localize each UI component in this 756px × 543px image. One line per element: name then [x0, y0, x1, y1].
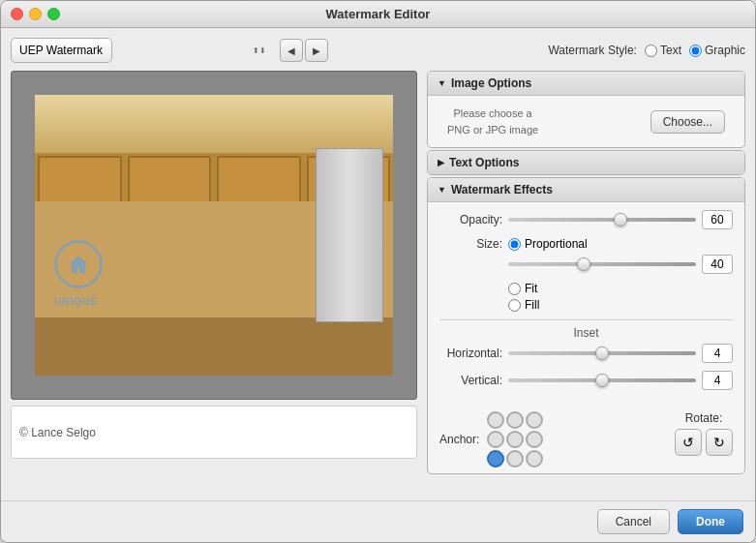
text-radio-label[interactable]: Text	[645, 44, 681, 57]
rotate-ccw-button[interactable]: ↺	[675, 429, 702, 456]
anchor-section: Anchor:	[439, 411, 543, 468]
bottom-bar: Cancel Done	[1, 500, 755, 542]
size-value[interactable]: 40	[702, 255, 733, 274]
size-radio-options: Fit Fill	[508, 282, 733, 312]
proportional-label: Proportional	[525, 237, 588, 251]
watermark-text: UNIQUE	[54, 296, 98, 307]
opacity-label: Opacity:	[439, 213, 502, 226]
preset-selector-wrapper: UEP Watermark	[11, 38, 272, 63]
anchor-dot-0-2[interactable]	[526, 411, 543, 429]
anchor-dot-1-1[interactable]	[506, 431, 524, 448]
done-button[interactable]: Done	[678, 509, 743, 534]
horizontal-row: Horizontal: 4	[439, 344, 733, 363]
size-slider[interactable]	[508, 262, 696, 266]
content-area: UNIQUE © Lance Selgo ▼ Image Options	[11, 71, 745, 491]
opacity-row: Opacity: 60	[439, 210, 733, 229]
graphic-radio-text: Graphic	[705, 44, 745, 57]
text-options-section: ▶ Text Options	[427, 150, 745, 175]
anchor-label: Anchor:	[439, 433, 479, 446]
horizontal-label: Horizontal:	[439, 347, 502, 360]
fit-label: Fit	[525, 282, 537, 295]
refrigerator	[316, 148, 383, 322]
image-options-header[interactable]: ▼ Image Options	[428, 72, 744, 96]
house-icon	[67, 253, 90, 276]
graphic-radio-label[interactable]: Graphic	[689, 44, 745, 57]
watermark-style-group: Watermark Style: Text Graphic	[548, 44, 745, 57]
hint-line2: PNG or JPG image	[447, 124, 538, 136]
anchor-dot-0-0[interactable]	[487, 411, 504, 429]
anchor-dot-2-0[interactable]	[487, 450, 504, 468]
effects-body: Opacity: 60 Size:	[428, 202, 744, 406]
image-preview: UNIQUE	[11, 71, 417, 400]
watermark-effects-header[interactable]: ▼ Watermark Effects	[428, 178, 744, 202]
vertical-row: Vertical: 4	[439, 371, 733, 390]
anchor-dot-2-2[interactable]	[526, 450, 543, 468]
vertical-slider[interactable]	[508, 378, 696, 382]
opacity-thumb[interactable]	[614, 213, 627, 226]
proportional-radio-label[interactable]: Proportional	[508, 237, 588, 251]
image-options-body: Please choose a PNG or JPG image Choose.…	[428, 96, 744, 147]
size-thumb[interactable]	[577, 257, 590, 271]
options-panel: ▼ Image Options Please choose a PNG or J…	[427, 71, 745, 491]
rotate-cw-button[interactable]: ↻	[706, 429, 733, 456]
kitchen-ceiling	[35, 95, 393, 153]
vertical-label: Vertical:	[439, 374, 502, 387]
anchor-grid[interactable]	[487, 411, 543, 468]
minimize-button[interactable]	[29, 8, 42, 20]
vertical-thumb[interactable]	[595, 374, 609, 387]
fit-radio[interactable]	[508, 283, 521, 295]
size-label: Size:	[439, 237, 502, 251]
kitchen-image: UNIQUE	[35, 95, 393, 376]
horizontal-slider[interactable]	[508, 351, 696, 355]
anchor-dot-1-0[interactable]	[487, 431, 504, 448]
main-content: UEP Watermark ◀ ▶ Watermark Style: Text …	[1, 28, 755, 500]
anchor-dot-2-1[interactable]	[506, 450, 524, 468]
text-radio[interactable]	[645, 45, 657, 57]
close-button[interactable]	[11, 8, 23, 20]
divider-1	[439, 319, 733, 320]
text-options-triangle: ▶	[438, 158, 444, 167]
vertical-value[interactable]: 4	[702, 371, 733, 390]
preset-selector[interactable]: UEP Watermark	[11, 38, 112, 63]
size-section: Size: Proportional	[439, 237, 733, 312]
watermark-logo-circle	[54, 240, 103, 288]
fill-radio-label[interactable]: Fill	[508, 298, 733, 312]
proportional-radio[interactable]	[508, 238, 521, 251]
horizontal-value[interactable]: 4	[702, 344, 733, 363]
nav-prev-button[interactable]: ◀	[280, 39, 303, 62]
maximize-button[interactable]	[47, 8, 60, 20]
graphic-radio[interactable]	[689, 45, 702, 57]
size-row: Size: Proportional	[439, 237, 733, 251]
rotate-label: Rotate:	[685, 411, 723, 425]
size-slider-row: 40	[439, 255, 733, 274]
choose-image-button[interactable]: Choose...	[650, 110, 725, 134]
watermark-effects-section: ▼ Watermark Effects Opacity: 60	[427, 177, 745, 474]
anchor-dot-0-1[interactable]	[506, 411, 524, 429]
horizontal-thumb[interactable]	[595, 347, 609, 360]
traffic-lights	[11, 8, 60, 20]
anchor-rotate-row: Anchor:	[428, 406, 744, 473]
watermark-overlay: UNIQUE	[54, 240, 103, 308]
image-options-title: Image Options	[451, 76, 531, 90]
inset-label: Inset	[439, 326, 733, 340]
opacity-value[interactable]: 60	[702, 210, 733, 229]
watermark-style-label: Watermark Style:	[548, 44, 637, 57]
fit-radio-label[interactable]: Fit	[508, 282, 733, 295]
text-radio-text: Text	[660, 44, 681, 57]
text-options-header[interactable]: ▶ Text Options	[428, 151, 744, 174]
window-title: Watermark Editor	[326, 7, 431, 21]
rotate-section: Rotate: ↺ ↻	[675, 411, 733, 456]
fill-radio[interactable]	[508, 299, 521, 312]
caption-text: © Lance Selgo	[19, 426, 96, 439]
effects-triangle: ▼	[438, 185, 446, 195]
titlebar: Watermark Editor	[1, 1, 755, 28]
caption-area: © Lance Selgo	[11, 406, 417, 459]
nav-next-button[interactable]: ▶	[305, 39, 328, 62]
cancel-button[interactable]: Cancel	[597, 509, 670, 534]
anchor-dot-1-2[interactable]	[526, 431, 543, 448]
image-options-section: ▼ Image Options Please choose a PNG or J…	[427, 71, 745, 148]
nav-buttons: ◀ ▶	[280, 39, 328, 62]
image-options-triangle: ▼	[438, 78, 446, 88]
opacity-slider[interactable]	[508, 218, 696, 222]
hint-line1: Please choose a	[453, 107, 531, 119]
